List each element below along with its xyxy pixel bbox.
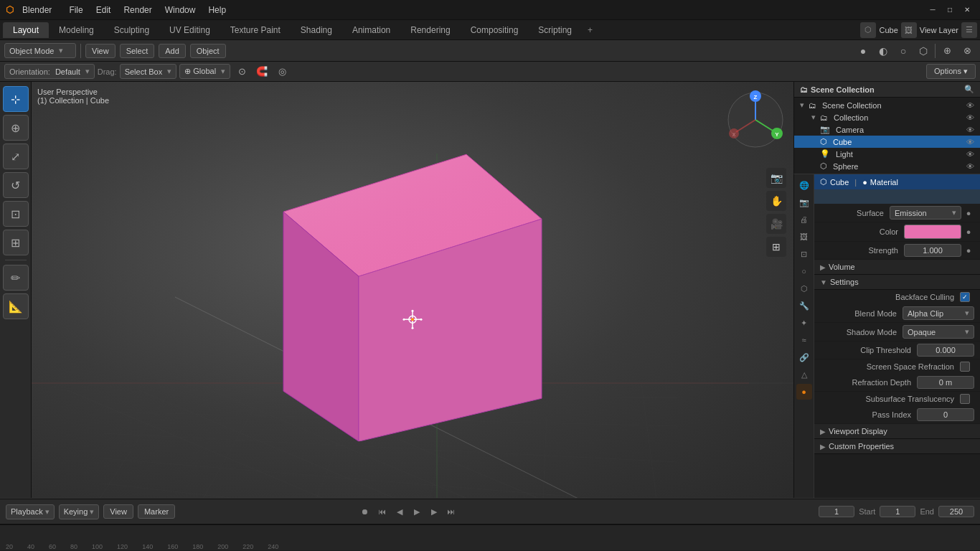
sphere-eye[interactable]: 👁	[966, 162, 974, 171]
tab-uv-editing[interactable]: UV Editing	[159, 22, 220, 38]
strength-node-dot[interactable]: ●	[963, 245, 974, 256]
timeline-view-btn[interactable]: View	[103, 504, 133, 519]
jump-end-btn[interactable]: ⏭	[444, 504, 458, 519]
viewport-display-header[interactable]: ▶ Viewport Display	[814, 424, 980, 439]
maximize-button[interactable]: □	[943, 3, 957, 17]
collection-item[interactable]: ▾ 🗂 Collection 👁	[794, 111, 980, 123]
prop-tab-data[interactable]: △	[796, 367, 812, 382]
cube-item[interactable]: ⬡ Cube 👁	[794, 136, 980, 148]
add-workspace-button[interactable]: +	[582, 22, 598, 38]
cursor-tool[interactable]: ⊕	[3, 115, 29, 141]
tab-sculpting[interactable]: Sculpting	[104, 22, 159, 38]
refraction-depth-input[interactable]: 0 m	[917, 376, 974, 389]
options-button[interactable]: Options ▾	[926, 64, 976, 79]
ssr-checkbox[interactable]	[960, 362, 970, 372]
measure-tool[interactable]: 📐	[3, 293, 29, 319]
menu-help[interactable]: Help	[202, 4, 232, 17]
object-button[interactable]: Object	[190, 44, 226, 58]
rotate-tool[interactable]: ↺	[3, 172, 29, 198]
tab-scripting[interactable]: Scripting	[528, 22, 582, 38]
prop-tab-particles[interactable]: ✦	[796, 315, 812, 331]
end-frame-input[interactable]: 250	[938, 506, 974, 517]
view-layer-icon[interactable]: 🖼	[901, 22, 917, 38]
camera-view-btn[interactable]: 📷	[766, 168, 786, 188]
prop-tab-physics[interactable]: ≈	[796, 332, 812, 348]
jump-start-btn[interactable]: ⏮	[375, 504, 390, 519]
prop-tab-material[interactable]: ●	[796, 384, 812, 400]
tab-compositing[interactable]: Compositing	[461, 22, 529, 38]
play-btn[interactable]: ▶	[410, 504, 424, 519]
pass-index-input[interactable]: 0	[917, 408, 974, 421]
playback-dropdown[interactable]: Playback▾	[6, 504, 55, 519]
transform-tool[interactable]: ⊞	[3, 230, 29, 255]
menu-edit[interactable]: Edit	[90, 4, 117, 17]
prop-tab-render[interactable]: 📷	[796, 194, 812, 210]
select-tool[interactable]: ⊹	[3, 86, 29, 112]
viewport-shading-btn1[interactable]: ●	[854, 42, 872, 60]
record-btn[interactable]: ⏺	[358, 504, 372, 519]
prop-tab-world[interactable]: ○	[796, 263, 812, 279]
render-preview-btn[interactable]: ⊞	[766, 237, 786, 257]
pan-btn[interactable]: ✋	[766, 191, 786, 211]
object-mode-dropdown[interactable]: Object Mode▾	[4, 43, 76, 58]
viewport-shading-btn2[interactable]: ◐	[875, 42, 892, 60]
viewport-shading-btn3[interactable]: ○	[895, 42, 912, 60]
prop-tab-view-layer[interactable]: 🖼	[796, 229, 812, 245]
select-button[interactable]: Select	[120, 44, 155, 58]
outliner-filter-btn[interactable]: 🔍	[964, 85, 974, 94]
color-swatch[interactable]	[904, 225, 961, 239]
custom-props-header[interactable]: ▶ Custom Properties	[814, 439, 980, 454]
sst-checkbox[interactable]	[960, 394, 970, 404]
scene-collection-item[interactable]: ▾ 🗂 Scene Collection 👁	[794, 99, 980, 111]
scene-icon[interactable]: ⬡	[860, 22, 876, 38]
camera-eye[interactable]: 👁	[966, 126, 974, 134]
annotate-tool[interactable]: ✏	[3, 265, 29, 291]
blend-mode-dropdown[interactable]: Alpha Clip ▾	[903, 306, 974, 320]
transform-global-dropdown[interactable]: ⊕ Global▾	[179, 64, 230, 79]
strength-input[interactable]: 1.000	[904, 244, 961, 257]
viewport-shading-btn4[interactable]: ⬡	[915, 42, 932, 60]
navigation-gizmo[interactable]: Z Y X	[723, 88, 788, 152]
xray-toggle[interactable]: ⊗	[958, 42, 976, 60]
menu-window[interactable]: Window	[159, 4, 202, 17]
viewport[interactable]: User Perspective (1) Collection | Cube Z…	[32, 82, 793, 498]
tab-rendering[interactable]: Rendering	[400, 22, 460, 38]
tab-layout[interactable]: Layout	[3, 22, 49, 38]
prop-tab-scene[interactable]: 🌐	[796, 177, 812, 193]
menu-render[interactable]: Render	[118, 4, 157, 17]
prop-tab-scene2[interactable]: ⊡	[796, 246, 812, 262]
timeline-ruler[interactable]: 20 40 60 80 100 120 140 160 180 200 220 …	[0, 524, 980, 550]
step-back-btn[interactable]: ◀	[392, 504, 407, 519]
color-node-dot[interactable]: ●	[963, 226, 974, 237]
volume-section-header[interactable]: ▶ Volume	[814, 260, 980, 275]
scene-collection-eye[interactable]: 👁	[966, 101, 974, 110]
orientation-dropdown[interactable]: Orientation: Default▾	[4, 64, 95, 79]
menu-file[interactable]: File	[63, 4, 88, 17]
light-item[interactable]: 💡 Light 👁	[794, 148, 980, 160]
surface-node-dot[interactable]: ●	[963, 207, 974, 219]
proportional-btn[interactable]: ◎	[273, 63, 291, 80]
pivot-btn[interactable]: ⊙	[233, 63, 250, 80]
keying-dropdown[interactable]: Keying▾	[59, 504, 100, 519]
sphere-item[interactable]: ⬡ Sphere 👁	[794, 160, 980, 172]
clip-threshold-input[interactable]: 0.000	[917, 344, 974, 357]
scale-tool[interactable]: ⊡	[3, 201, 29, 227]
prop-tab-modifier[interactable]: 🔧	[796, 298, 812, 314]
tab-modeling[interactable]: Modeling	[49, 22, 104, 38]
minimize-button[interactable]: ─	[925, 3, 940, 17]
add-button[interactable]: Add	[159, 44, 186, 58]
shadow-mode-dropdown[interactable]: Opaque ▾	[903, 325, 974, 339]
timeline-marker-btn[interactable]: Marker	[138, 504, 175, 519]
settings-section-header[interactable]: ▼ Settings	[814, 275, 980, 290]
camera-item[interactable]: 📷 Camera 👁	[794, 123, 980, 136]
close-button[interactable]: ✕	[960, 3, 974, 17]
step-forward-btn[interactable]: ▶	[427, 504, 441, 519]
overlay-icon[interactable]: ☰	[961, 22, 977, 38]
light-eye[interactable]: 👁	[966, 150, 974, 159]
prop-tab-object[interactable]: ⬡	[796, 281, 812, 296]
move-tool[interactable]: ⤢	[3, 143, 29, 169]
surface-dropdown[interactable]: Emission ▾	[890, 206, 961, 220]
snap-btn[interactable]: 🧲	[253, 63, 270, 80]
view-button[interactable]: View	[85, 44, 116, 58]
prop-tab-output[interactable]: 🖨	[796, 212, 812, 227]
